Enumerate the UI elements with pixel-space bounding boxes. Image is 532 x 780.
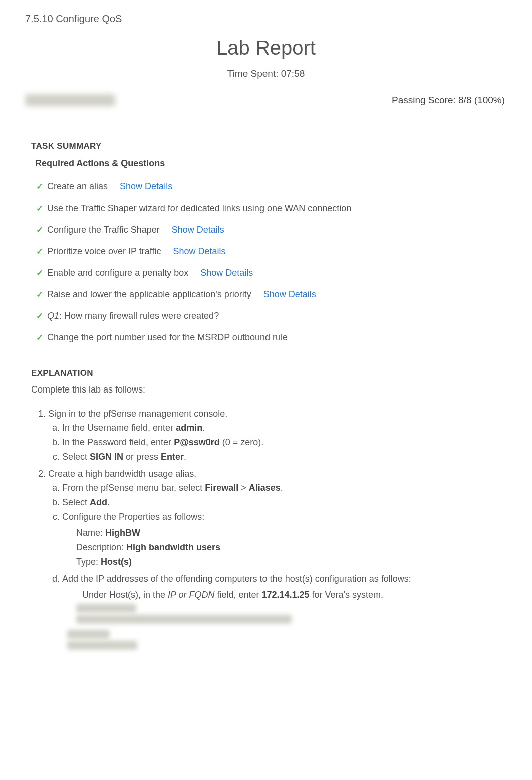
task-row: ✓ Enable and configure a penalty box Sho… [36,262,510,284]
passing-score: Passing Score: 8/8 (100%) [392,95,505,106]
task-text: Change the port number used for the MSRD… [47,332,288,343]
check-icon: ✓ [36,246,43,257]
task-row: ✓ Configure the Traffic Shaper Show Deta… [36,219,510,241]
task-text: Prioritize voice over IP traffic [47,246,161,257]
task-text: Q1: How many firewall rules were created… [47,311,219,321]
task-text: Raise and lower the applicable applicati… [47,289,251,300]
step-1a: In the Username field, enter admin. [62,421,532,435]
step-2b: Select Add. [62,495,532,510]
prop-desc: Description: High bandwidth users [76,540,532,555]
task-row: ✓ Prioritize voice over IP traffic Show … [36,241,510,262]
check-icon: ✓ [36,181,43,192]
required-actions-heading: Required Actions & Questions [0,158,532,176]
explanation-steps: Sign in to the pfSense management consol… [0,407,532,655]
step-1c: Select SIGN IN or press Enter. [62,450,532,464]
task-row: ✓ Create an alias Show Details [36,176,510,198]
check-icon: ✓ [36,268,43,278]
task-row: ✓ Change the port number used for the MS… [36,327,510,348]
task-summary-heading: TASK SUMMARY [0,141,532,158]
step-1: Sign in to the pfSense management consol… [48,407,532,467]
blurred-content [67,641,137,650]
step-2c: Configure the Properties as follows: Nam… [62,510,532,572]
show-details-link[interactable]: Show Details [173,246,225,257]
show-details-link[interactable]: Show Details [200,268,253,278]
time-spent-label: Time Spent: 07:58 [0,68,532,79]
check-icon: ✓ [36,289,43,300]
step-2: Create a high bandwidth usage alias. Fro… [48,467,532,655]
step-2a: From the pfSense menu bar, select Firewa… [62,481,532,495]
check-icon: ✓ [36,332,43,343]
check-icon: ✓ [36,225,43,235]
check-icon: ✓ [36,203,43,214]
step-2d-sub: Under Host(s), in the IP or FQDN field, … [62,588,532,602]
show-details-link[interactable]: Show Details [263,289,316,300]
blurred-content [76,604,136,613]
task-text: Use the Traffic Shaper wizard for dedica… [47,203,351,214]
task-text: Enable and configure a penalty box [47,268,188,278]
task-row: ✓ Raise and lower the applicable applica… [36,284,510,305]
task-text: Configure the Traffic Shaper [47,225,160,235]
show-details-link[interactable]: Show Details [172,225,224,235]
blurred-content [67,630,110,639]
explanation-intro: Complete this lab as follows: [0,384,532,407]
task-text: Create an alias [47,181,108,192]
prop-name: Name: HighBW [76,526,532,540]
task-row: ✓ Use the Traffic Shaper wizard for dedi… [36,198,510,219]
check-icon: ✓ [36,311,43,321]
task-row: ✓ Q1: How many firewall rules were creat… [36,305,510,327]
step-2d: Add the IP addresses of the offending co… [62,572,532,652]
task-list: ✓ Create an alias Show Details ✓ Use the… [0,176,532,348]
explanation-heading: EXPLANATION [0,348,532,384]
blurred-content [76,615,292,624]
prop-type: Type: Host(s) [76,555,532,569]
question-label: Q1 [47,311,59,321]
step-1b: In the Password field, enter P@ssw0rd (0… [62,435,532,450]
breadcrumb: 7.5.10 Configure QoS [0,0,532,34]
show-details-link[interactable]: Show Details [120,181,172,192]
page-title: Lab Report [0,37,532,59]
score-blurred [25,94,115,106]
